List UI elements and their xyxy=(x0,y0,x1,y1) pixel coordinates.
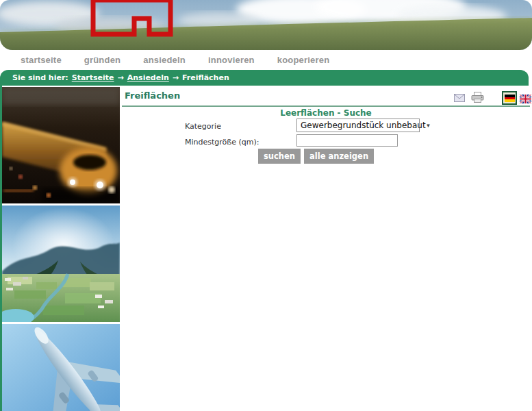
nav-item-ansiedeln[interactable]: ansiedeln xyxy=(143,55,186,65)
breadcrumb: Sie sind hier: Startseite → Ansiedeln → … xyxy=(0,70,529,86)
title-divider xyxy=(122,105,530,107)
search-heading: Leerflächen - Suche xyxy=(120,108,532,118)
breadcrumb-prefix: Sie sind hier: xyxy=(12,73,68,82)
envelope-icon[interactable] xyxy=(454,94,465,102)
truck-highway-photo xyxy=(2,87,120,203)
main-navigation: startseite gründen ansiedeln innovieren … xyxy=(0,50,532,70)
nav-item-innovieren[interactable]: innovieren xyxy=(208,55,255,65)
mindestgroesse-label: Mindestgröße (qm): xyxy=(185,138,259,147)
german-flag-stripes xyxy=(505,95,515,102)
sky-grass-photo xyxy=(0,0,532,50)
breadcrumb-separator: → xyxy=(118,73,124,82)
nav-item-kooperieren[interactable]: kooperieren xyxy=(277,55,330,65)
suchen-button[interactable]: suchen xyxy=(258,149,301,164)
sidebar-photo-truck xyxy=(2,87,120,203)
nav-item-gruenden[interactable]: gründen xyxy=(84,55,121,65)
kategorie-label: Kategorie xyxy=(185,122,221,131)
alle-anzeigen-button[interactable]: alle anzeigen xyxy=(304,149,374,164)
german-flag-icon[interactable] xyxy=(502,91,517,105)
header-banner-photo xyxy=(0,0,532,50)
main-content: Freiflächen Leerflächen - Suche Ka xyxy=(120,86,532,411)
nav-item-startseite[interactable]: startseite xyxy=(21,55,62,65)
printer-icon[interactable] xyxy=(471,92,484,103)
sidebar-photo-airplane xyxy=(2,324,120,411)
breadcrumb-link-ansiedeln[interactable]: Ansiedeln xyxy=(127,73,169,82)
search-buttons-row: suchen alle anzeigen xyxy=(258,149,374,164)
kategorie-select-value: Gewerbegrundstück unbebaut xyxy=(301,121,426,130)
breadcrumb-current: Freiflächen xyxy=(182,73,229,82)
breadcrumb-separator: → xyxy=(173,73,179,82)
kategorie-select[interactable]: Gewerbegrundstück unbebaut ▼ xyxy=(296,119,420,132)
sidebar-photo-valley xyxy=(2,206,120,322)
chevron-down-icon: ▼ xyxy=(426,123,431,129)
british-flag-icon[interactable] xyxy=(520,95,531,103)
page-title: Freiflächen xyxy=(125,90,180,101)
airplane-photo xyxy=(2,324,120,411)
mindestgroesse-input[interactable] xyxy=(296,134,398,147)
breadcrumb-link-startseite[interactable]: Startseite xyxy=(72,73,114,82)
page: startseite gründen ansiedeln innovieren … xyxy=(0,0,532,411)
aerial-valley-photo xyxy=(2,206,120,322)
